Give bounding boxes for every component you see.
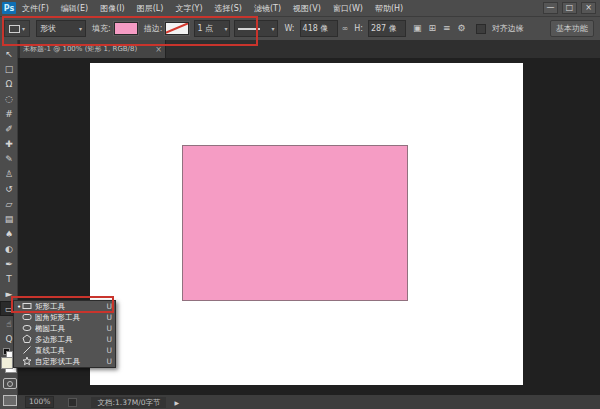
fill-color-swatch[interactable] <box>114 22 138 35</box>
workspace-switcher-button[interactable]: 基本功能 <box>550 20 594 37</box>
flyout-item-rounded-rect-tool[interactable]: 圆角矩形工具U <box>14 312 115 323</box>
crop-tool-icon: # <box>5 109 13 119</box>
stroke-color-swatch[interactable] <box>165 22 189 35</box>
flyout-item-label: 自定形状工具 <box>35 357 103 367</box>
quick-mask-button[interactable] <box>3 378 17 389</box>
rectangle-tool-icon <box>9 25 20 33</box>
screen-mode-button[interactable] <box>3 395 17 406</box>
stroke-width-value: 1 点 <box>197 23 213 34</box>
flyout-item-label: 圆角矩形工具 <box>35 313 103 323</box>
flyout-item-polygon-tool[interactable]: 多边形工具U <box>14 334 115 345</box>
canvas[interactable] <box>90 63 523 385</box>
pen-tool-icon: ✒ <box>5 259 13 269</box>
crop-tool[interactable]: # <box>0 106 18 121</box>
menu-item[interactable]: 编辑(E) <box>61 3 88 14</box>
menu-item[interactable]: 帮助(H) <box>375 3 403 14</box>
zoom-level-field[interactable]: 100% <box>25 396 54 408</box>
clone-stamp-tool[interactable]: ♙ <box>0 166 18 181</box>
stroke-label: 描边: <box>144 23 163 34</box>
dropdown-arrow-icon: ▾ <box>22 25 25 32</box>
rectangular-marquee-tool[interactable]: □ <box>0 61 18 76</box>
dodge-tool-icon: ◐ <box>5 244 13 254</box>
no-color-icon <box>165 22 189 34</box>
path-selection-tool[interactable]: ► <box>0 286 18 301</box>
hand-tool-icon: ☝ <box>6 319 11 329</box>
app-logo-icon: Ps <box>2 2 16 14</box>
fill-label: 填充: <box>92 23 111 34</box>
flyout-item-ellipse-tool[interactable]: 椭圆工具U <box>14 323 115 334</box>
path-selection-tool-icon: ► <box>6 289 13 299</box>
type-tool-icon: T <box>6 274 12 284</box>
tab-close-icon[interactable]: × <box>155 45 162 54</box>
menu-item[interactable]: 图像(I) <box>100 3 125 14</box>
status-expand-icon[interactable]: ▶ <box>174 399 179 406</box>
shape-tools-flyout: •矩形工具U圆角矩形工具U椭圆工具U多边形工具U直线工具U自定形状工具U <box>13 300 116 368</box>
stroke-style-picker[interactable]: ▾ <box>234 20 278 37</box>
close-button-icon[interactable]: × <box>581 2 596 14</box>
gradient-tool[interactable]: ▤ <box>0 211 18 226</box>
status-menu-icon[interactable] <box>68 398 77 407</box>
lasso-tool[interactable]: Ω <box>0 76 18 91</box>
flyout-item-custom-shape-tool[interactable]: 自定形状工具U <box>14 356 115 367</box>
height-label: H: <box>354 24 363 33</box>
rectangular-marquee-tool-icon: □ <box>5 64 14 74</box>
link-dimensions-icon[interactable]: ∞ <box>342 24 349 33</box>
menu-item[interactable]: 图层(L) <box>137 3 164 14</box>
flyout-item-shortcut: U <box>107 313 113 322</box>
settings-gear-icon[interactable]: ⚙ <box>458 21 466 36</box>
blur-tool-icon: ♠ <box>5 229 13 239</box>
flyout-item-rect-tool[interactable]: •矩形工具U <box>14 301 115 312</box>
stroke-width-field[interactable]: 1 点 ▾ <box>194 20 230 37</box>
align-edges-checkbox[interactable] <box>476 24 486 34</box>
dropdown-arrow-icon: ▾ <box>271 25 274 32</box>
foreground-color-swatch[interactable] <box>1 357 13 369</box>
menu-item[interactable]: 文字(Y) <box>175 3 202 14</box>
menu-item[interactable]: 文件(F) <box>22 3 49 14</box>
quick-selection-tool[interactable]: ◌ <box>0 91 18 106</box>
photoshop-window: Ps 文件(F)编辑(E)图像(I)图层(L)文字(Y)选择(S)滤镜(T)视图… <box>0 0 600 409</box>
flyout-item-shortcut: U <box>107 324 113 333</box>
path-arrange-button[interactable]: ≡ <box>443 21 451 36</box>
document-tab[interactable]: 未标题-1 @ 100% (矩形 1, RGB/8) × <box>20 40 166 58</box>
document-info[interactable]: 文档:1.37M/0字节 <box>91 397 166 408</box>
path-alignment-button[interactable]: ⊞ <box>428 21 436 36</box>
height-field[interactable]: 287 像 <box>368 20 406 37</box>
menu-item[interactable]: 视图(V) <box>293 3 321 14</box>
move-tool[interactable]: ↖ <box>0 46 18 61</box>
gradient-tool-icon: ▤ <box>5 214 14 224</box>
minimize-button-icon[interactable]: — <box>543 2 558 14</box>
menu-item[interactable]: 滤镜(T) <box>254 3 281 14</box>
dodge-tool[interactable]: ◐ <box>0 241 18 256</box>
app-logo-text: Ps <box>4 4 14 13</box>
height-value: 287 像 <box>371 23 397 34</box>
flyout-item-label: 多边形工具 <box>35 335 103 345</box>
move-tool-icon: ↖ <box>5 49 13 59</box>
flyout-item-shortcut: U <box>107 357 113 366</box>
tool-mode-value: 形状 <box>40 23 56 34</box>
dropdown-arrow-icon: ▾ <box>224 25 227 32</box>
eraser-tool[interactable]: ▱ <box>0 196 18 211</box>
document-title: 未标题-1 @ 100% (矩形 1, RGB/8) <box>23 44 153 54</box>
maximize-button-icon[interactable]: □ <box>562 2 577 14</box>
pen-tool[interactable]: ✒ <box>0 256 18 271</box>
width-field[interactable]: 418 像 <box>300 20 338 37</box>
menu-item[interactable]: 窗口(W) <box>333 3 363 14</box>
path-operations-button[interactable]: ▣ <box>413 21 422 36</box>
history-brush-tool[interactable]: ↺ <box>0 181 18 196</box>
menu-item[interactable]: 选择(S) <box>215 3 242 14</box>
tool-preset-picker[interactable]: ▾ <box>4 20 30 37</box>
brush-tool[interactable]: ✎ <box>0 151 18 166</box>
blur-tool[interactable]: ♠ <box>0 226 18 241</box>
default-colors-icon[interactable] <box>3 348 13 356</box>
pink-rectangle-shape[interactable] <box>182 145 408 301</box>
spot-healing-brush-tool[interactable]: ✚ <box>0 136 18 151</box>
flyout-item-line-tool[interactable]: 直线工具U <box>14 345 115 356</box>
history-brush-tool-icon: ↺ <box>5 184 13 194</box>
align-edges-label: 对齐边缘 <box>492 23 524 34</box>
type-tool[interactable]: T <box>0 271 18 286</box>
menu-items: 文件(F)编辑(E)图像(I)图层(L)文字(Y)选择(S)滤镜(T)视图(V)… <box>22 3 403 14</box>
clone-stamp-tool-icon: ♙ <box>5 169 13 179</box>
tool-mode-select[interactable]: 形状 ▾ <box>36 20 86 37</box>
eyedropper-tool[interactable]: ✐ <box>0 121 18 136</box>
spot-healing-brush-tool-icon: ✚ <box>5 139 13 149</box>
